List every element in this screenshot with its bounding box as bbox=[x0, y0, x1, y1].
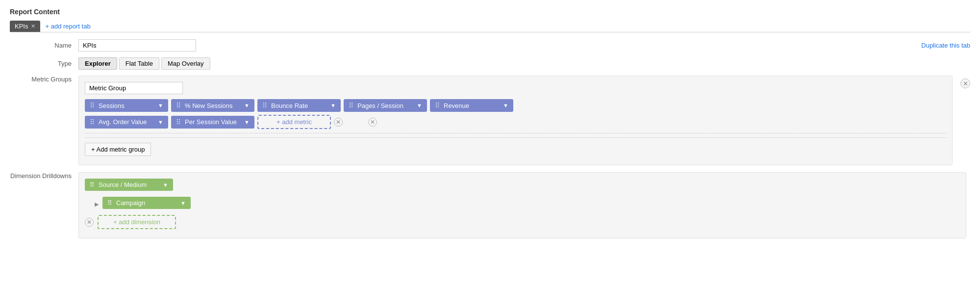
metric-avg-order-value[interactable]: ⠿ Avg. Order Value ▼ bbox=[85, 116, 168, 129]
add-report-tab-link[interactable]: + add report tab bbox=[45, 23, 90, 30]
metric-per-session-label: Per Session Value bbox=[185, 118, 237, 126]
add-metric-button[interactable]: + add metric bbox=[257, 115, 331, 129]
add-metric-group-section: + Add metric group bbox=[85, 137, 946, 159]
dimension-source-medium-label: Source / Medium bbox=[99, 181, 147, 188]
metric-revenue-label: Revenue bbox=[444, 102, 469, 109]
metric-group-name-input[interactable] bbox=[85, 82, 183, 94]
chevron-down-icon[interactable]: ▼ bbox=[503, 103, 508, 108]
metrics-row-2: ⠿ Avg. Order Value ▼ ⠿ Per Session Value… bbox=[85, 115, 946, 129]
metric-avg-order-label: Avg. Order Value bbox=[99, 118, 147, 126]
chevron-down-icon[interactable]: ▼ bbox=[244, 119, 250, 125]
add-dimension-row: ✕ + add dimension bbox=[85, 215, 960, 229]
type-buttons-group: Explorer Flat Table Map Overlay bbox=[78, 57, 210, 70]
dimension-row-source-medium: ⠿ Source / Medium ▼ bbox=[85, 179, 960, 194]
metric-groups-row: Metric Groups ⠿ Sessions ▼ ⠿ % New Sessi… bbox=[10, 76, 970, 165]
dimension-source-medium[interactable]: ⠿ Source / Medium ▼ bbox=[85, 179, 173, 191]
expand-arrow-icon[interactable]: ▶ bbox=[95, 201, 99, 208]
drag-handle-icon: ⠿ bbox=[349, 102, 353, 109]
name-row: Name Duplicate this tab bbox=[10, 39, 970, 52]
drag-handle-icon: ⠿ bbox=[176, 118, 181, 126]
drag-handle-icon: ⠿ bbox=[107, 199, 112, 207]
metric-sessions-label: Sessions bbox=[99, 102, 125, 109]
metric-pages-session[interactable]: ⠿ Pages / Session ▼ bbox=[344, 99, 427, 112]
page-title: Report Content bbox=[10, 8, 970, 16]
add-metric-group-button[interactable]: + Add metric group bbox=[85, 143, 151, 156]
metric-bounce-rate-label: Bounce Rate bbox=[271, 102, 308, 109]
dimension-sub-row-campaign: ▶ ⠿ Campaign ▼ bbox=[85, 197, 960, 212]
dimension-drilldowns-label: Dimension Drilldowns bbox=[10, 172, 78, 180]
drag-handle-icon: ⠿ bbox=[262, 102, 267, 109]
type-btn-map-overlay[interactable]: Map Overlay bbox=[161, 57, 210, 70]
type-btn-flat-table[interactable]: Flat Table bbox=[119, 57, 159, 70]
dimension-content: ⠿ Source / Medium ▼ ▶ ⠿ Campaign ▼ bbox=[78, 172, 966, 238]
chevron-down-icon[interactable]: ▼ bbox=[417, 103, 422, 108]
tab-kpis[interactable]: KPIs ✕ bbox=[10, 21, 40, 32]
chevron-down-icon[interactable]: ▼ bbox=[330, 103, 336, 108]
drag-handle-icon: ⠿ bbox=[435, 102, 440, 109]
metric-groups-label: Metric Groups bbox=[10, 76, 78, 83]
separator bbox=[85, 133, 946, 133]
remove-circle-1[interactable]: ✕ bbox=[334, 118, 343, 127]
remove-circle-dimension[interactable]: ✕ bbox=[85, 218, 94, 227]
name-input[interactable] bbox=[78, 39, 196, 52]
metric-new-sessions[interactable]: ⠿ % New Sessions ▼ bbox=[171, 99, 254, 112]
tab-close-icon[interactable]: ✕ bbox=[31, 23, 35, 29]
drag-handle-icon: ⠿ bbox=[90, 181, 95, 188]
metric-pages-session-label: Pages / Session bbox=[357, 102, 403, 109]
tabs-bar: KPIs ✕ + add report tab bbox=[10, 21, 970, 32]
dimension-campaign[interactable]: ⠿ Campaign ▼ bbox=[102, 197, 191, 209]
metric-groups-close-btn[interactable]: ✕ bbox=[960, 78, 970, 88]
chevron-down-icon[interactable]: ▼ bbox=[163, 182, 168, 188]
metric-new-sessions-label: % New Sessions bbox=[185, 102, 233, 109]
dimension-campaign-label: Campaign bbox=[116, 199, 145, 207]
drag-handle-icon: ⠿ bbox=[176, 102, 181, 109]
metric-groups-content: ⠿ Sessions ▼ ⠿ % New Sessions ▼ ⠿ Bounce… bbox=[78, 76, 953, 165]
metric-bounce-rate[interactable]: ⠿ Bounce Rate ▼ bbox=[257, 99, 341, 112]
remove-circle-2[interactable]: ✕ bbox=[368, 118, 377, 127]
drag-handle-icon: ⠿ bbox=[90, 102, 95, 109]
chevron-down-icon[interactable]: ▼ bbox=[158, 119, 163, 125]
chevron-down-icon[interactable]: ▼ bbox=[244, 103, 250, 108]
metric-per-session-value[interactable]: ⠿ Per Session Value ▼ bbox=[171, 116, 254, 129]
add-dimension-button[interactable]: + add dimension bbox=[98, 215, 176, 229]
chevron-down-icon[interactable]: ▼ bbox=[180, 200, 186, 206]
drag-handle-icon: ⠿ bbox=[90, 118, 95, 126]
metric-revenue[interactable]: ⠿ Revenue ▼ bbox=[430, 99, 513, 112]
tab-kpis-label: KPIs bbox=[15, 23, 28, 30]
dimension-drilldowns-row: Dimension Drilldowns ⠿ Source / Medium ▼… bbox=[10, 172, 970, 238]
metric-sessions[interactable]: ⠿ Sessions ▼ bbox=[85, 99, 168, 112]
type-btn-explorer[interactable]: Explorer bbox=[78, 57, 117, 70]
type-label: Type bbox=[10, 60, 78, 67]
duplicate-tab-link[interactable]: Duplicate this tab bbox=[921, 42, 970, 49]
metrics-row-1: ⠿ Sessions ▼ ⠿ % New Sessions ▼ ⠿ Bounce… bbox=[85, 99, 946, 112]
name-label: Name bbox=[10, 42, 78, 49]
chevron-down-icon[interactable]: ▼ bbox=[158, 103, 163, 108]
type-row: Type Explorer Flat Table Map Overlay bbox=[10, 57, 970, 70]
